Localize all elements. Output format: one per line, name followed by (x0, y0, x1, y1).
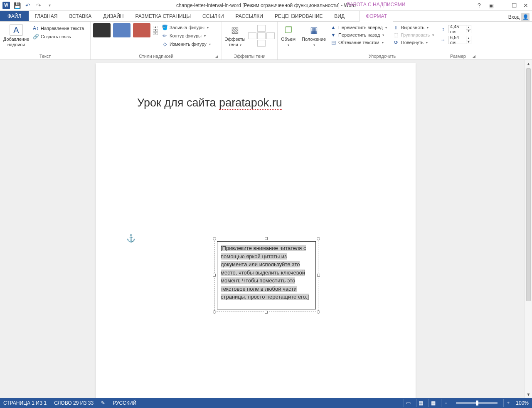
zoom-out-icon[interactable]: − (441, 399, 450, 407)
resize-handle-bottom-right[interactable] (317, 310, 320, 314)
zoom-slider-knob[interactable] (476, 401, 478, 406)
styles-launcher-icon[interactable]: ◢ (215, 54, 218, 58)
align-button[interactable]: ⫴Выровнять▾ (393, 24, 434, 31)
context-tab-title: РАБОТА С НАДПИСЯМИ (337, 0, 416, 7)
tab-file[interactable]: ФАЙЛ (0, 11, 29, 21)
group-text-label: Текст (2, 53, 88, 59)
maximize-icon[interactable]: ☐ (510, 1, 519, 10)
close-icon[interactable]: ✕ (521, 1, 530, 10)
shadow-effects-button[interactable]: ▧ Эффекты тени ▾ (224, 23, 246, 47)
tab-home[interactable]: ГЛАВНАЯ (29, 11, 63, 21)
position-icon: ▦ (307, 24, 320, 36)
send-backward-icon: ▼ (330, 32, 337, 38)
3d-effects-button[interactable]: ❐ Объем▾ (280, 23, 296, 47)
bring-forward-button[interactable]: ▲Переместить вперед▾ (330, 24, 387, 31)
size-launcher-icon[interactable]: ◢ (473, 54, 475, 58)
tab-references[interactable]: ССЫЛКИ (197, 11, 229, 21)
tab-format[interactable]: ФОРМАТ (360, 11, 393, 22)
anchor-icon[interactable]: ⚓ (126, 234, 135, 243)
resize-handle-top-middle[interactable] (265, 237, 268, 240)
undo-icon[interactable]: ↶ (23, 1, 32, 10)
shadow-toggle[interactable] (257, 32, 266, 39)
tab-design[interactable]: ДИЗАЙН (97, 11, 129, 21)
resize-handle-middle-right[interactable] (317, 274, 320, 277)
zoom-level[interactable]: 100% (516, 400, 529, 406)
resize-handle-top-left[interactable] (213, 237, 216, 240)
selected-textbox[interactable]: [Привлеките внимание читателя с помощью … (214, 239, 318, 312)
scroll-thumb[interactable] (526, 68, 531, 301)
style-swatch-1[interactable] (93, 23, 111, 37)
resize-handle-middle-left[interactable] (213, 274, 216, 277)
textbox-text[interactable]: [Привлеките внимание читателя с помощью … (221, 245, 309, 300)
document-heading[interactable]: Урок для сайта paratapok.ru (137, 96, 374, 109)
zoom-in-icon[interactable]: + (503, 399, 512, 407)
bring-forward-icon: ▲ (330, 24, 337, 31)
width-up-icon[interactable]: ▲ (466, 36, 471, 40)
sign-in-label[interactable]: Вход (508, 14, 520, 20)
change-shape-button[interactable]: ◇ Изменить фигуру▾ (161, 41, 211, 47)
position-button[interactable]: ▦ Положение▾ (302, 23, 326, 47)
tab-page-layout[interactable]: РАЗМЕТКА СТРАНИЦЫ (130, 11, 197, 21)
group-text: A Добавление надписи A↕ Направление текс… (0, 22, 91, 59)
page-1[interactable]: Урок для сайта paratapok.ru (96, 63, 416, 398)
print-layout-icon[interactable]: ▤ (416, 399, 425, 407)
ribbon-display-options-icon[interactable]: ▣ (486, 1, 495, 10)
send-backward-button[interactable]: ▼Переместить назад▾ (330, 32, 387, 38)
width-down-icon[interactable]: ▼ (466, 40, 471, 44)
shadow-nudge-up[interactable] (257, 25, 266, 32)
tab-insert[interactable]: ВСТАВКА (63, 11, 97, 21)
style-swatch-2[interactable] (113, 23, 131, 37)
status-word-count[interactable]: СЛОВО 29 ИЗ 33 (54, 400, 94, 406)
read-mode-icon[interactable]: ▭ (404, 399, 413, 407)
status-language[interactable]: РУССКИЙ (113, 400, 136, 406)
text-wrap-icon: ▤ (330, 39, 337, 46)
minimize-icon[interactable]: — (498, 1, 507, 10)
tab-mailings[interactable]: РАССЫЛКИ (230, 11, 269, 21)
style-swatch-3[interactable] (133, 23, 150, 37)
height-input[interactable]: 4,45 см▲▼ (448, 25, 471, 33)
resize-handle-bottom-middle[interactable] (265, 311, 268, 314)
status-page[interactable]: СТРАНИЦА 1 ИЗ 1 (3, 400, 47, 406)
user-avatar-icon[interactable]: 👤 (521, 13, 530, 21)
web-layout-icon[interactable]: ▦ (429, 399, 438, 407)
shadow-label-2: тени (229, 42, 238, 47)
status-proofing-icon[interactable]: ✎ (101, 400, 105, 406)
shadow-nudge-down[interactable] (257, 40, 266, 47)
qat-customize-icon[interactable]: ▾ (45, 1, 54, 10)
group-3d-label (280, 58, 296, 59)
word-app-icon[interactable]: W (2, 1, 11, 10)
save-icon[interactable]: 💾 (12, 1, 22, 10)
height-up-icon[interactable]: ▲ (466, 25, 471, 30)
shape-fill-label: Заливка фигуры (170, 25, 204, 30)
change-shape-icon: ◇ (161, 41, 168, 47)
height-down-icon[interactable]: ▼ (466, 30, 471, 33)
shape-outline-button[interactable]: ✏ Контур фигуры▾ (161, 32, 211, 39)
add-textbox-button[interactable]: A Добавление надписи (2, 23, 30, 47)
create-link-button[interactable]: 🔗 Создать связь (32, 33, 84, 40)
textbox-content-area[interactable]: [Привлеките внимание читателя с помощью … (217, 241, 316, 309)
zoom-slider[interactable] (456, 402, 498, 404)
rotate-button[interactable]: ⟳Повернуть▾ (393, 39, 434, 46)
shadow-icon: ▧ (229, 24, 242, 36)
resize-handle-top-right[interactable] (317, 237, 320, 240)
group-arrange-label: Упорядочить (330, 53, 434, 59)
vertical-scrollbar[interactable]: ▲ ▼ (525, 60, 532, 398)
style-gallery-more[interactable]: ▴▾≡ (153, 26, 159, 35)
width-input[interactable]: 6,54 см▲▼ (448, 36, 471, 44)
heading-text-url: paratapok.ru (219, 96, 282, 110)
shadow-nudge-left[interactable] (248, 32, 256, 39)
group-objects-button: ⬚Группировать▾ (393, 32, 434, 38)
redo-icon[interactable]: ↷ (34, 1, 43, 10)
tab-review[interactable]: РЕЦЕНЗИРОВАНИЕ (269, 11, 328, 21)
scroll-down-icon[interactable]: ▼ (525, 391, 532, 398)
text-direction-button[interactable]: A↕ Направление текста (32, 25, 84, 32)
resize-handle-bottom-left[interactable] (213, 310, 216, 314)
text-wrap-button[interactable]: ▤Обтекание текстом▾ (330, 39, 387, 46)
tab-view[interactable]: ВИД (328, 11, 350, 21)
help-icon[interactable]: ? (475, 1, 484, 10)
scroll-up-icon[interactable]: ▲ (525, 60, 532, 67)
shape-fill-button[interactable]: 🪣 Заливка фигуры▾ (161, 24, 211, 31)
shadow-nudge-right[interactable] (266, 32, 275, 39)
ribbon-format: A Добавление надписи A↕ Направление текс… (0, 22, 532, 60)
cube-icon: ❐ (282, 24, 295, 36)
